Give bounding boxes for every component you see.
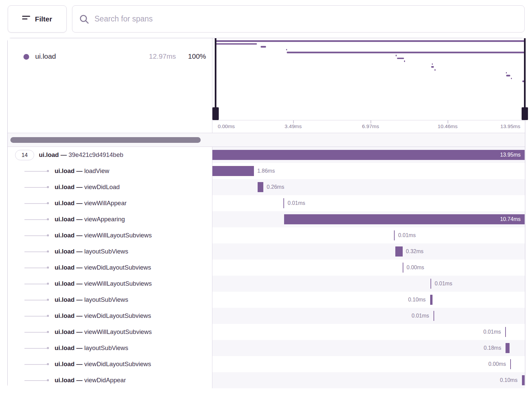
span-waterfall-cell[interactable]: 0.01ms <box>212 276 525 292</box>
minimap-span-bar <box>216 40 525 42</box>
minimap-span-bar <box>431 66 434 68</box>
span-row: 14 ui.load — viewWillLayoutSubviews 0.01… <box>8 324 525 340</box>
tree-connector-dot <box>47 283 49 285</box>
tree-connector-dot <box>47 363 49 365</box>
legend-duration: 12.97ms <box>149 52 176 60</box>
span-tree-cell[interactable]: 14 ui.load — viewWillLayoutSubviews <box>8 324 212 340</box>
search-input[interactable] <box>94 14 518 23</box>
span-label: ui.load — 39e421c9d4914beb <box>39 151 123 159</box>
span-tree-cell[interactable]: 14 ui.load — layoutSubViews <box>8 243 212 260</box>
span-tree-cell[interactable]: 14 ui.load — layoutSubViews <box>8 292 212 308</box>
child-count-badge[interactable]: 14 <box>15 150 34 160</box>
time-axis: 0.00ms 3.49ms 6.97ms 10.46ms 13.95ms <box>212 120 525 133</box>
search-bar[interactable] <box>72 5 525 33</box>
span-bar[interactable] <box>430 279 431 289</box>
span-row: 14 ui.load — viewWillAppear 0.01ms <box>8 195 525 211</box>
span-label: ui.load — layoutSubViews <box>55 344 128 352</box>
span-row: 14 ui.load — loadView 1.86ms <box>8 163 525 179</box>
span-row: 14 ui.load — layoutSubViews 0.32ms <box>8 243 525 260</box>
span-bar[interactable] <box>284 214 525 224</box>
span-label: ui.load — loadView <box>55 167 109 175</box>
span-tree-cell[interactable]: 14 ui.load — viewDidAppear <box>8 372 212 388</box>
filter-icon <box>22 16 30 22</box>
span-bar[interactable] <box>434 311 434 321</box>
horizontal-scrollbar-track[interactable] <box>8 133 525 147</box>
span-tree-cell[interactable]: 14 ui.load — viewWillAppear <box>8 195 212 211</box>
span-tree-cell[interactable]: 14 ui.load — viewDidLayoutSubviews <box>8 308 212 324</box>
span-tree-cell[interactable]: 14 ui.load — viewDidLayoutSubviews <box>8 260 212 276</box>
span-tree-cell[interactable]: 14 ui.load — layoutSubViews <box>8 340 212 356</box>
span-duration-label: 0.32ms <box>406 243 423 260</box>
span-bar[interactable] <box>510 359 511 369</box>
minimap-span-bar <box>286 49 287 51</box>
span-waterfall-cell[interactable]: 0.32ms <box>212 243 525 260</box>
tree-connector <box>24 251 48 252</box>
span-duration-label: 0.01ms <box>435 276 452 292</box>
tree-connector <box>24 268 48 268</box>
minimap-span-bar <box>432 63 433 65</box>
minimap-span-bar <box>506 75 510 76</box>
span-bar[interactable] <box>212 166 254 176</box>
span-tree-cell[interactable]: 14 ui.load — viewAppearing <box>8 211 212 227</box>
span-waterfall-cell[interactable]: 0.00ms <box>212 260 525 276</box>
axis-label-3: 10.46ms <box>438 123 457 129</box>
minimap-left-grip[interactable] <box>212 107 219 120</box>
span-duration-label: 0.00ms <box>407 260 424 276</box>
horizontal-scrollbar-thumb[interactable] <box>10 137 201 143</box>
span-bar[interactable] <box>283 198 284 208</box>
span-bar[interactable] <box>522 375 525 385</box>
minimap-span-bar <box>511 78 512 79</box>
span-bar[interactable] <box>506 343 510 353</box>
span-row: 14 ui.load — layoutSubViews 0.18ms <box>8 340 525 356</box>
minimap-right-grip[interactable] <box>522 107 528 120</box>
span-bar[interactable] <box>258 182 263 192</box>
span-waterfall-cell[interactable]: 13.95ms <box>212 147 525 163</box>
axis-tick <box>293 120 294 123</box>
trace-minimap[interactable] <box>212 38 525 120</box>
tree-connector <box>24 364 48 365</box>
span-waterfall-cell[interactable]: 0.01ms <box>212 308 525 324</box>
minimap-span-bar <box>506 72 507 74</box>
span-bar[interactable] <box>505 327 506 337</box>
span-duration-label: 0.01ms <box>411 308 429 324</box>
span-tree-cell[interactable]: 14 ui.load — viewWillLayoutSubviews <box>8 227 212 243</box>
span-waterfall-cell[interactable]: 10.74ms <box>212 211 525 227</box>
span-tree-cell[interactable]: 14 ui.load — viewDidLayoutSubviews <box>8 356 212 372</box>
filter-button-label: Filter <box>35 15 52 23</box>
span-tree-cell[interactable]: 14 ui.load — 39e421c9d4914beb <box>8 147 212 163</box>
span-waterfall-cell[interactable]: 0.00ms <box>212 356 525 372</box>
minimap-right-handle[interactable] <box>524 38 526 120</box>
span-waterfall-cell[interactable]: 0.01ms <box>212 324 525 340</box>
tree-connector <box>24 332 48 333</box>
span-waterfall-cell[interactable]: 1.86ms <box>212 163 525 179</box>
filter-button[interactable]: Filter <box>8 5 67 33</box>
span-tree-cell[interactable]: 14 ui.load — viewDidLoad <box>8 179 212 195</box>
tree-connector-dot <box>47 202 49 204</box>
span-label: ui.load — viewAppearing <box>55 216 125 223</box>
span-duration-label: 0.10ms <box>408 292 425 308</box>
span-bar[interactable] <box>403 263 403 273</box>
span-bar[interactable] <box>394 230 395 240</box>
span-row: 14 ui.load — viewDidLoad 0.26ms <box>8 179 525 195</box>
minimap-span-bar <box>435 69 436 71</box>
span-waterfall-cell[interactable]: 0.10ms <box>212 292 525 308</box>
axis-label-4: 13.95ms <box>501 123 520 129</box>
span-waterfall-cell[interactable]: 0.01ms <box>212 195 525 211</box>
span-waterfall-cell[interactable]: 0.26ms <box>212 179 525 195</box>
minimap-left-handle[interactable] <box>215 38 216 120</box>
span-row: 14 ui.load — viewWillLayoutSubviews 0.01… <box>8 276 525 292</box>
tree-connector <box>24 187 48 188</box>
span-bar[interactable] <box>212 150 525 160</box>
span-waterfall-cell[interactable]: 0.01ms <box>212 227 525 243</box>
tree-connector <box>24 235 48 236</box>
span-waterfall-cell[interactable]: 0.10ms <box>212 372 525 388</box>
tree-connector <box>24 219 48 220</box>
span-bar[interactable] <box>430 295 433 305</box>
span-label: ui.load — viewDidAppear <box>55 377 126 384</box>
minimap-span-bar <box>261 46 266 48</box>
span-tree-cell[interactable]: 14 ui.load — viewWillLayoutSubviews <box>8 276 212 292</box>
span-bar[interactable] <box>395 246 402 257</box>
span-row: 14 ui.load — viewDidLayoutSubviews 0.00m… <box>8 260 525 276</box>
span-waterfall-cell[interactable]: 0.18ms <box>212 340 525 356</box>
span-tree-cell[interactable]: 14 ui.load — loadView <box>8 163 212 179</box>
